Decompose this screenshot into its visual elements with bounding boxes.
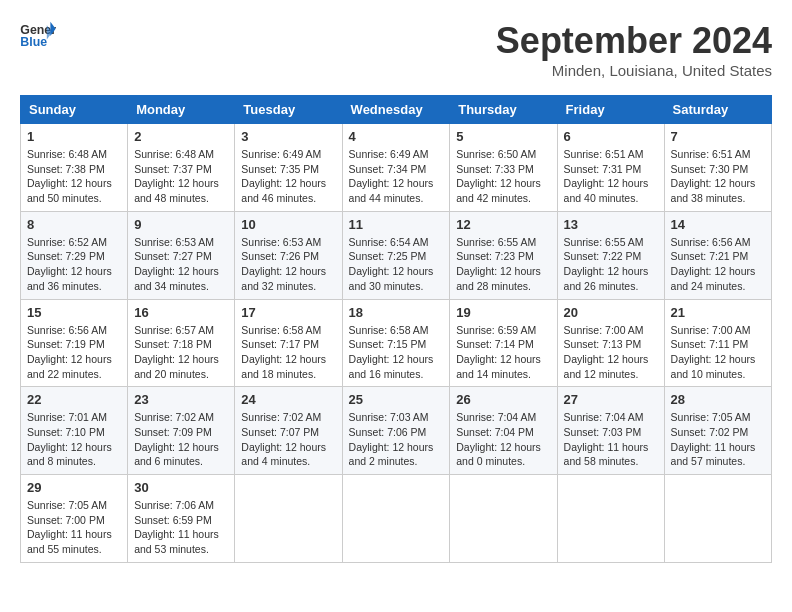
day-number: 26 <box>456 392 550 407</box>
location-title: Minden, Louisiana, United States <box>496 62 772 79</box>
weekday-header-row: SundayMondayTuesdayWednesdayThursdayFrid… <box>21 96 772 124</box>
day-number: 14 <box>671 217 765 232</box>
calendar-cell: 24 Sunrise: 7:02 AMSunset: 7:07 PMDaylig… <box>235 387 342 475</box>
day-info: Sunrise: 6:55 AMSunset: 7:22 PMDaylight:… <box>564 235 658 294</box>
weekday-header: Monday <box>128 96 235 124</box>
calendar-cell: 13 Sunrise: 6:55 AMSunset: 7:22 PMDaylig… <box>557 211 664 299</box>
day-info: Sunrise: 6:57 AMSunset: 7:18 PMDaylight:… <box>134 323 228 382</box>
day-info: Sunrise: 6:55 AMSunset: 7:23 PMDaylight:… <box>456 235 550 294</box>
day-info: Sunrise: 7:04 AMSunset: 7:04 PMDaylight:… <box>456 410 550 469</box>
day-info: Sunrise: 6:58 AMSunset: 7:15 PMDaylight:… <box>349 323 444 382</box>
day-number: 21 <box>671 305 765 320</box>
calendar-week-row: 8 Sunrise: 6:52 AMSunset: 7:29 PMDayligh… <box>21 211 772 299</box>
calendar-cell: 3 Sunrise: 6:49 AMSunset: 7:35 PMDayligh… <box>235 124 342 212</box>
calendar-cell: 4 Sunrise: 6:49 AMSunset: 7:34 PMDayligh… <box>342 124 450 212</box>
day-number: 18 <box>349 305 444 320</box>
day-info: Sunrise: 6:50 AMSunset: 7:33 PMDaylight:… <box>456 147 550 206</box>
day-number: 15 <box>27 305 121 320</box>
calendar-week-row: 15 Sunrise: 6:56 AMSunset: 7:19 PMDaylig… <box>21 299 772 387</box>
day-number: 16 <box>134 305 228 320</box>
day-number: 8 <box>27 217 121 232</box>
calendar-cell: 7 Sunrise: 6:51 AMSunset: 7:30 PMDayligh… <box>664 124 771 212</box>
calendar-cell: 11 Sunrise: 6:54 AMSunset: 7:25 PMDaylig… <box>342 211 450 299</box>
day-info: Sunrise: 6:52 AMSunset: 7:29 PMDaylight:… <box>27 235 121 294</box>
day-info: Sunrise: 6:58 AMSunset: 7:17 PMDaylight:… <box>241 323 335 382</box>
calendar-cell <box>235 475 342 563</box>
day-number: 25 <box>349 392 444 407</box>
logo: General Blue <box>20 20 56 50</box>
logo-icon: General Blue <box>20 20 56 50</box>
day-number: 13 <box>564 217 658 232</box>
day-info: Sunrise: 6:53 AMSunset: 7:26 PMDaylight:… <box>241 235 335 294</box>
day-number: 12 <box>456 217 550 232</box>
day-number: 1 <box>27 129 121 144</box>
day-info: Sunrise: 7:00 AMSunset: 7:13 PMDaylight:… <box>564 323 658 382</box>
day-number: 5 <box>456 129 550 144</box>
weekday-header: Friday <box>557 96 664 124</box>
day-info: Sunrise: 6:48 AMSunset: 7:38 PMDaylight:… <box>27 147 121 206</box>
calendar: SundayMondayTuesdayWednesdayThursdayFrid… <box>20 95 772 563</box>
day-info: Sunrise: 7:06 AMSunset: 6:59 PMDaylight:… <box>134 498 228 557</box>
calendar-cell: 26 Sunrise: 7:04 AMSunset: 7:04 PMDaylig… <box>450 387 557 475</box>
day-number: 19 <box>456 305 550 320</box>
calendar-week-row: 22 Sunrise: 7:01 AMSunset: 7:10 PMDaylig… <box>21 387 772 475</box>
day-info: Sunrise: 7:05 AMSunset: 7:02 PMDaylight:… <box>671 410 765 469</box>
svg-text:Blue: Blue <box>20 35 47 49</box>
calendar-cell <box>557 475 664 563</box>
page-header: General Blue September 2024 Minden, Loui… <box>20 20 772 79</box>
day-info: Sunrise: 6:56 AMSunset: 7:19 PMDaylight:… <box>27 323 121 382</box>
day-number: 29 <box>27 480 121 495</box>
day-number: 3 <box>241 129 335 144</box>
calendar-cell: 16 Sunrise: 6:57 AMSunset: 7:18 PMDaylig… <box>128 299 235 387</box>
calendar-cell: 9 Sunrise: 6:53 AMSunset: 7:27 PMDayligh… <box>128 211 235 299</box>
day-info: Sunrise: 7:01 AMSunset: 7:10 PMDaylight:… <box>27 410 121 469</box>
calendar-cell <box>664 475 771 563</box>
calendar-cell: 15 Sunrise: 6:56 AMSunset: 7:19 PMDaylig… <box>21 299 128 387</box>
day-info: Sunrise: 7:03 AMSunset: 7:06 PMDaylight:… <box>349 410 444 469</box>
calendar-week-row: 29 Sunrise: 7:05 AMSunset: 7:00 PMDaylig… <box>21 475 772 563</box>
calendar-cell: 25 Sunrise: 7:03 AMSunset: 7:06 PMDaylig… <box>342 387 450 475</box>
day-number: 22 <box>27 392 121 407</box>
day-number: 17 <box>241 305 335 320</box>
day-info: Sunrise: 7:04 AMSunset: 7:03 PMDaylight:… <box>564 410 658 469</box>
day-info: Sunrise: 6:56 AMSunset: 7:21 PMDaylight:… <box>671 235 765 294</box>
calendar-week-row: 1 Sunrise: 6:48 AMSunset: 7:38 PMDayligh… <box>21 124 772 212</box>
day-info: Sunrise: 6:48 AMSunset: 7:37 PMDaylight:… <box>134 147 228 206</box>
day-number: 6 <box>564 129 658 144</box>
day-info: Sunrise: 6:49 AMSunset: 7:34 PMDaylight:… <box>349 147 444 206</box>
day-number: 20 <box>564 305 658 320</box>
day-info: Sunrise: 7:02 AMSunset: 7:09 PMDaylight:… <box>134 410 228 469</box>
weekday-header: Wednesday <box>342 96 450 124</box>
day-info: Sunrise: 7:02 AMSunset: 7:07 PMDaylight:… <box>241 410 335 469</box>
day-number: 7 <box>671 129 765 144</box>
calendar-cell: 17 Sunrise: 6:58 AMSunset: 7:17 PMDaylig… <box>235 299 342 387</box>
day-number: 23 <box>134 392 228 407</box>
day-info: Sunrise: 6:51 AMSunset: 7:30 PMDaylight:… <box>671 147 765 206</box>
day-info: Sunrise: 7:00 AMSunset: 7:11 PMDaylight:… <box>671 323 765 382</box>
day-number: 11 <box>349 217 444 232</box>
calendar-cell <box>450 475 557 563</box>
weekday-header: Sunday <box>21 96 128 124</box>
calendar-cell: 23 Sunrise: 7:02 AMSunset: 7:09 PMDaylig… <box>128 387 235 475</box>
day-number: 28 <box>671 392 765 407</box>
calendar-cell: 6 Sunrise: 6:51 AMSunset: 7:31 PMDayligh… <box>557 124 664 212</box>
day-info: Sunrise: 6:51 AMSunset: 7:31 PMDaylight:… <box>564 147 658 206</box>
weekday-header: Thursday <box>450 96 557 124</box>
day-info: Sunrise: 7:05 AMSunset: 7:00 PMDaylight:… <box>27 498 121 557</box>
calendar-cell: 19 Sunrise: 6:59 AMSunset: 7:14 PMDaylig… <box>450 299 557 387</box>
day-number: 10 <box>241 217 335 232</box>
calendar-cell: 22 Sunrise: 7:01 AMSunset: 7:10 PMDaylig… <box>21 387 128 475</box>
day-number: 27 <box>564 392 658 407</box>
calendar-cell: 30 Sunrise: 7:06 AMSunset: 6:59 PMDaylig… <box>128 475 235 563</box>
calendar-cell: 14 Sunrise: 6:56 AMSunset: 7:21 PMDaylig… <box>664 211 771 299</box>
day-info: Sunrise: 6:54 AMSunset: 7:25 PMDaylight:… <box>349 235 444 294</box>
calendar-cell: 12 Sunrise: 6:55 AMSunset: 7:23 PMDaylig… <box>450 211 557 299</box>
calendar-cell: 5 Sunrise: 6:50 AMSunset: 7:33 PMDayligh… <box>450 124 557 212</box>
weekday-header: Tuesday <box>235 96 342 124</box>
calendar-cell <box>342 475 450 563</box>
calendar-cell: 1 Sunrise: 6:48 AMSunset: 7:38 PMDayligh… <box>21 124 128 212</box>
calendar-cell: 2 Sunrise: 6:48 AMSunset: 7:37 PMDayligh… <box>128 124 235 212</box>
day-number: 30 <box>134 480 228 495</box>
day-number: 2 <box>134 129 228 144</box>
day-info: Sunrise: 6:49 AMSunset: 7:35 PMDaylight:… <box>241 147 335 206</box>
